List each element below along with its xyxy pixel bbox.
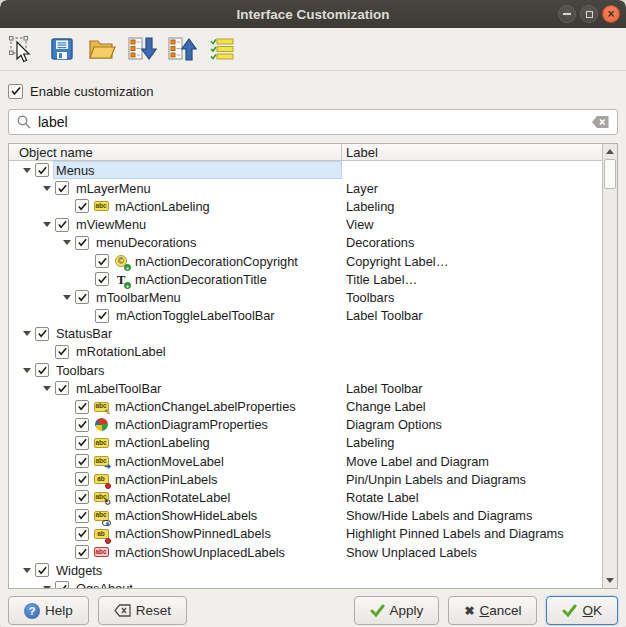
row-checkbox[interactable] — [95, 272, 109, 286]
tree-row[interactable]: mToolbarMenuToolbars — [9, 288, 602, 306]
row-checkbox[interactable] — [75, 199, 89, 213]
titlebar[interactable]: Interface Customization × — [0, 0, 626, 28]
tree-row[interactable]: menuDecorationsDecorations — [9, 234, 602, 252]
tree-row[interactable]: QgsAbout — [9, 579, 602, 588]
tree-row[interactable]: mLayerMenuLayer — [9, 179, 602, 197]
tree-row[interactable]: abcmActionShowUnplacedLabelsShow Unplace… — [9, 543, 602, 561]
row-checkbox[interactable] — [55, 345, 69, 359]
row-checkbox[interactable] — [55, 581, 69, 588]
scroll-down-icon — [606, 578, 614, 583]
scrollbar-thumb[interactable] — [604, 159, 616, 189]
expander-icon[interactable] — [39, 222, 55, 227]
object-label: Decorations — [342, 234, 602, 252]
row-checkbox[interactable] — [35, 327, 49, 341]
checkmark-icon — [37, 328, 48, 339]
object-name: StatusBar — [53, 325, 342, 343]
object-name: mActionDiagramProperties — [112, 416, 342, 434]
ok-button-label: OK — [582, 603, 602, 618]
row-checkbox[interactable] — [75, 418, 89, 432]
object-label: Copyright Label… — [342, 252, 602, 270]
expander-icon[interactable] — [59, 240, 75, 245]
row-checkbox[interactable] — [55, 218, 69, 232]
checkmark-icon — [77, 474, 88, 485]
row-checkbox[interactable] — [35, 163, 49, 177]
minimize-button[interactable] — [558, 5, 576, 23]
row-checkbox[interactable] — [75, 490, 89, 504]
tree-row[interactable]: Menus — [9, 161, 602, 179]
vertical-scrollbar[interactable] — [602, 144, 617, 588]
row-checkbox[interactable] — [55, 181, 69, 195]
expander-icon[interactable] — [19, 568, 35, 573]
dialog-content: Enable customization Object name Label M… — [0, 82, 626, 625]
ok-button[interactable]: OK — [546, 596, 618, 625]
row-checkbox[interactable] — [95, 309, 109, 323]
tree-row[interactable]: abmActionPinLabelsPin/Unpin Labels and D… — [9, 470, 602, 488]
clear-search-icon[interactable] — [591, 115, 610, 129]
tree-row[interactable]: mActionToggleLabelToolBarLabel Toolbar — [9, 307, 602, 325]
expander-icon[interactable] — [19, 331, 35, 336]
tree-row[interactable]: abcmActionLabelingLabeling — [9, 434, 602, 452]
save-customization-button[interactable] — [46, 33, 78, 65]
widget-catcher-button[interactable] — [6, 33, 38, 65]
column-header-label[interactable]: Label — [342, 144, 602, 160]
tree-row[interactable]: T+mActionDecorationTitleTitle Label… — [9, 270, 602, 288]
row-checkbox[interactable] — [35, 563, 49, 577]
expander-icon[interactable] — [39, 386, 55, 391]
customization-tree: Object name Label MenusmLayerMenuLayerab… — [8, 143, 618, 589]
row-checkbox[interactable] — [75, 400, 89, 414]
save-icon — [49, 36, 75, 62]
tree-row[interactable]: Widgets — [9, 561, 602, 579]
scrollbar-track[interactable] — [603, 159, 617, 573]
search-box[interactable] — [8, 109, 618, 135]
maximize-button[interactable] — [580, 5, 598, 23]
help-button[interactable]: ?Help — [8, 596, 89, 625]
row-checkbox[interactable] — [35, 363, 49, 377]
tree-row[interactable]: abcmActionLabelingLabeling — [9, 197, 602, 215]
row-checkbox[interactable] — [75, 236, 89, 250]
open-customization-button[interactable] — [86, 33, 118, 65]
reset-button[interactable]: Reset — [98, 596, 187, 625]
row-checkbox[interactable] — [75, 436, 89, 450]
tree-row[interactable]: abmActionShowPinnedLabelsHighlight Pinne… — [9, 525, 602, 543]
expander-icon[interactable] — [59, 295, 75, 300]
row-checkbox[interactable] — [55, 381, 69, 395]
expand-all-button[interactable] — [126, 33, 158, 65]
expander-icon[interactable] — [19, 368, 35, 373]
tree-row[interactable]: abc➜mActionMoveLabelMove Label and Diagr… — [9, 452, 602, 470]
row-checkbox[interactable] — [75, 454, 89, 468]
select-all-button[interactable] — [206, 33, 238, 65]
close-button[interactable]: × — [602, 5, 620, 23]
row-checkbox[interactable] — [75, 290, 89, 304]
row-checkbox[interactable] — [75, 545, 89, 559]
tree-row[interactable]: Toolbars — [9, 361, 602, 379]
expander-icon[interactable] — [39, 186, 55, 191]
object-label — [342, 161, 602, 179]
tree-row[interactable]: mLabelToolBarLabel Toolbar — [9, 379, 602, 397]
cancel-button[interactable]: ✖Cancel — [448, 596, 537, 625]
tree-row[interactable]: mRotationLabel — [9, 343, 602, 361]
apply-button[interactable]: Apply — [354, 596, 440, 625]
tree-row[interactable]: abc✎mActionChangeLabelPropertiesChange L… — [9, 397, 602, 415]
object-label — [342, 343, 602, 361]
row-checkbox[interactable] — [75, 527, 89, 541]
expander-icon[interactable] — [39, 586, 55, 588]
row-checkbox[interactable] — [75, 509, 89, 523]
row-checkbox[interactable] — [75, 472, 89, 486]
object-name: mActionToggleLabelToolBar — [113, 307, 342, 325]
tree-row[interactable]: ©+mActionDecorationCopyrightCopyright La… — [9, 252, 602, 270]
row-checkbox[interactable] — [95, 254, 109, 268]
tree-row[interactable]: StatusBar — [9, 325, 602, 343]
scroll-down-button[interactable] — [603, 573, 617, 588]
search-input[interactable] — [38, 114, 585, 130]
collapse-all-button[interactable] — [166, 33, 198, 65]
expander-icon[interactable] — [19, 168, 35, 173]
column-header-object-name[interactable]: Object name — [9, 144, 342, 160]
scroll-up-button[interactable] — [603, 144, 617, 159]
tree-row[interactable]: abcmActionShowHideLabelsShow/Hide Labels… — [9, 507, 602, 525]
tree-row[interactable]: mViewMenuView — [9, 216, 602, 234]
object-label: Show Unplaced Labels — [342, 543, 602, 561]
enable-customization-checkbox[interactable] — [8, 84, 23, 99]
checkmark-icon — [57, 219, 68, 230]
tree-row[interactable]: abc↻mActionRotateLabelRotate Label — [9, 488, 602, 506]
tree-row[interactable]: mActionDiagramPropertiesDiagram Options — [9, 416, 602, 434]
